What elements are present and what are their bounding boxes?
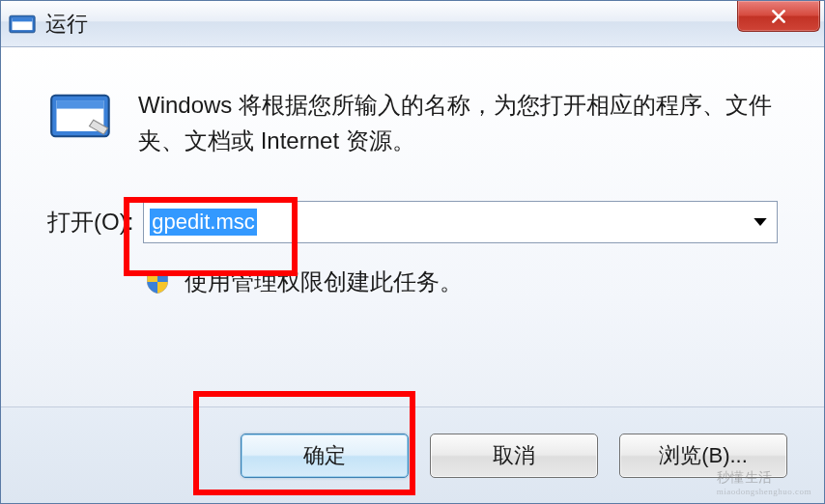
svg-rect-2 xyxy=(13,17,33,21)
open-input-value: gpedit.msc xyxy=(150,209,256,236)
cancel-button[interactable]: 取消 xyxy=(430,434,598,478)
open-input[interactable]: gpedit.msc xyxy=(144,202,744,242)
run-icon xyxy=(9,14,36,35)
dialog-title: 运行 xyxy=(45,10,816,39)
close-button[interactable] xyxy=(737,1,820,32)
run-dialog: 运行 Windows 将根据您所输入的名称，为您打开相应的程序、文件夹、文档或 … xyxy=(0,0,825,504)
run-icon-large xyxy=(47,87,115,145)
chevron-down-icon[interactable] xyxy=(744,202,777,242)
shield-icon xyxy=(144,268,171,295)
dialog-content: Windows 将根据您所输入的名称，为您打开相应的程序、文件夹、文档或 Int… xyxy=(1,47,824,406)
browse-button[interactable]: 浏览(B)... xyxy=(619,434,787,478)
open-combobox[interactable]: gpedit.msc xyxy=(143,201,778,243)
button-bar: 确定 取消 浏览(B)... xyxy=(1,406,824,503)
titlebar[interactable]: 运行 xyxy=(1,1,824,47)
admin-note: 使用管理权限创建此任务。 xyxy=(185,266,463,297)
close-icon xyxy=(770,8,787,25)
open-label: 打开(O): xyxy=(47,207,133,238)
dialog-description: Windows 将根据您所输入的名称，为您打开相应的程序、文件夹、文档或 Int… xyxy=(138,87,778,158)
svg-rect-5 xyxy=(57,100,104,109)
ok-button[interactable]: 确定 xyxy=(241,434,409,478)
